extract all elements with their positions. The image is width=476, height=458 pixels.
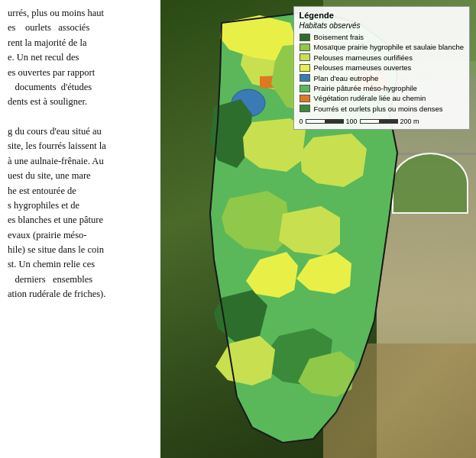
legend-item-label: Fourrés et ourlets plus ou moins denses xyxy=(314,105,443,113)
legend-item: Prairie pâturée méso-hygrophile xyxy=(300,84,464,92)
text-panel: urrés, plus ou moins haut es ourlets ass… xyxy=(0,0,160,458)
legend-color-box xyxy=(300,105,310,112)
legend-item-label: Pelouses marneuses ourlifiées xyxy=(314,53,413,62)
scale-label-100: 100 xyxy=(346,118,358,125)
text-content: urrés, plus ou moins haut es ourlets ass… xyxy=(8,6,153,110)
legend-item: Plan d'eau eutrophe xyxy=(300,74,464,82)
legend: Légende Habitats observés Boisement frai… xyxy=(293,6,470,130)
legend-item-label: Prairie pâturée méso-hygrophile xyxy=(314,84,417,92)
legend-item-label: Mosaïque prairie hygrophile et saulaie b… xyxy=(314,43,464,51)
legend-item: Fourrés et ourlets plus ou moins denses xyxy=(300,105,464,113)
scale-label-0: 0 xyxy=(300,118,303,125)
svg-marker-7 xyxy=(214,290,267,344)
legend-color-box xyxy=(300,34,310,41)
map-panel: Légende Habitats observés Boisement frai… xyxy=(160,0,476,458)
legend-item-label: Végétation rudérale liée au chemin xyxy=(314,94,426,102)
legend-color-box xyxy=(300,53,310,61)
legend-item: Mosaïque prairie hygrophile et saulaie b… xyxy=(300,43,464,51)
legend-color-box xyxy=(300,44,310,51)
legend-item: Végétation rudérale liée au chemin xyxy=(300,94,464,102)
scale-bar: 0 100 200 m xyxy=(300,118,464,125)
legend-items: Boisement fraisMosaïque prairie hygrophi… xyxy=(300,33,464,113)
legend-color-box xyxy=(300,74,310,82)
legend-color-box xyxy=(300,85,310,92)
legend-item: Pelouses marneuses ouvertes xyxy=(300,63,464,72)
highlighted-text: Un xyxy=(19,259,31,269)
legend-color-box xyxy=(300,95,310,102)
legend-item-label: Plan d'eau eutrophe xyxy=(314,74,379,82)
legend-title: Légende xyxy=(300,11,464,20)
legend-color-box xyxy=(300,64,310,72)
legend-item-label: Pelouses marneuses ouvertes xyxy=(314,63,412,72)
legend-item-label: Boisement frais xyxy=(314,33,364,41)
text-content-2: g du cours d'eau situé au site, les four… xyxy=(8,124,153,302)
legend-subtitle: Habitats observés xyxy=(300,21,464,30)
scale-label-200: 200 m xyxy=(400,118,419,125)
legend-item: Pelouses marneuses ourlifiées xyxy=(300,53,464,62)
svg-marker-17 xyxy=(215,336,275,385)
legend-item: Boisement frais xyxy=(300,33,464,41)
